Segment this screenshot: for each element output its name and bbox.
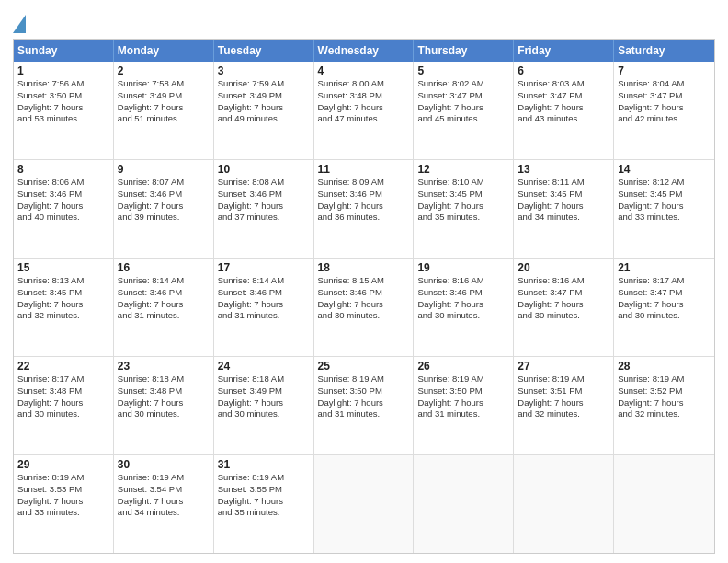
cal-cell: 8Sunrise: 8:06 AMSunset: 3:46 PMDaylight… [14, 160, 114, 258]
day-number: 14 [618, 163, 711, 176]
cal-cell: 9Sunrise: 8:07 AMSunset: 3:46 PMDaylight… [114, 160, 214, 258]
cal-cell: 31Sunrise: 8:19 AMSunset: 3:55 PMDayligh… [214, 455, 314, 553]
cal-cell: 26Sunrise: 8:19 AMSunset: 3:50 PMDayligh… [414, 357, 514, 454]
day-info: Sunrise: 8:16 AMSunset: 3:47 PMDaylight:… [518, 275, 609, 322]
cal-cell [414, 455, 514, 553]
day-info: Sunrise: 8:19 AMSunset: 3:53 PMDaylight:… [17, 472, 109, 519]
day-info: Sunrise: 8:03 AMSunset: 3:47 PMDaylight:… [518, 78, 609, 125]
day-info: Sunrise: 8:04 AMSunset: 3:47 PMDaylight:… [618, 78, 711, 125]
day-info: Sunrise: 8:00 AMSunset: 3:48 PMDaylight:… [318, 78, 410, 125]
cal-cell: 1Sunrise: 7:56 AMSunset: 3:50 PMDaylight… [14, 62, 114, 159]
day-info: Sunrise: 8:19 AMSunset: 3:55 PMDaylight:… [218, 472, 310, 519]
day-info: Sunrise: 8:14 AMSunset: 3:46 PMDaylight:… [218, 275, 310, 322]
day-number: 31 [218, 458, 310, 471]
day-info: Sunrise: 8:07 AMSunset: 3:46 PMDaylight:… [118, 177, 210, 224]
cal-cell: 25Sunrise: 8:19 AMSunset: 3:50 PMDayligh… [314, 357, 415, 454]
cal-cell: 2Sunrise: 7:58 AMSunset: 3:49 PMDaylight… [114, 62, 214, 159]
day-info: Sunrise: 8:19 AMSunset: 3:50 PMDaylight:… [417, 373, 509, 420]
cal-cell: 30Sunrise: 8:19 AMSunset: 3:54 PMDayligh… [114, 455, 214, 553]
cal-cell: 13Sunrise: 8:11 AMSunset: 3:45 PMDayligh… [514, 160, 614, 258]
calendar-header: SundayMondayTuesdayWednesdayThursdayFrid… [14, 40, 714, 62]
day-info: Sunrise: 8:12 AMSunset: 3:45 PMDaylight:… [618, 177, 711, 224]
day-number: 26 [417, 360, 509, 373]
day-number: 4 [318, 64, 410, 77]
cal-cell: 6Sunrise: 8:03 AMSunset: 3:47 PMDaylight… [514, 62, 614, 159]
day-number: 28 [618, 360, 711, 373]
cal-cell: 10Sunrise: 8:08 AMSunset: 3:46 PMDayligh… [214, 160, 314, 258]
logo [13, 11, 29, 33]
day-info: Sunrise: 8:08 AMSunset: 3:46 PMDaylight:… [218, 177, 310, 224]
day-number: 10 [218, 163, 310, 176]
cal-cell: 12Sunrise: 8:10 AMSunset: 3:45 PMDayligh… [414, 160, 514, 258]
cal-cell: 28Sunrise: 8:19 AMSunset: 3:52 PMDayligh… [614, 357, 714, 454]
day-number: 19 [417, 261, 509, 274]
cal-header-monday: Monday [114, 40, 214, 62]
day-number: 12 [417, 163, 509, 176]
day-number: 6 [518, 64, 609, 77]
cal-cell: 14Sunrise: 8:12 AMSunset: 3:45 PMDayligh… [614, 160, 714, 258]
day-info: Sunrise: 8:19 AMSunset: 3:51 PMDaylight:… [518, 373, 609, 420]
cal-week-3: 15Sunrise: 8:13 AMSunset: 3:45 PMDayligh… [14, 259, 714, 357]
cal-cell: 17Sunrise: 8:14 AMSunset: 3:46 PMDayligh… [214, 259, 314, 356]
cal-cell: 15Sunrise: 8:13 AMSunset: 3:45 PMDayligh… [14, 259, 114, 356]
cal-cell: 18Sunrise: 8:15 AMSunset: 3:46 PMDayligh… [314, 259, 415, 356]
cal-cell: 27Sunrise: 8:19 AMSunset: 3:51 PMDayligh… [514, 357, 614, 454]
day-number: 2 [118, 64, 210, 77]
cal-header-sunday: Sunday [14, 40, 114, 62]
day-info: Sunrise: 8:06 AMSunset: 3:46 PMDaylight:… [17, 177, 109, 224]
day-number: 24 [218, 360, 310, 373]
cal-cell [614, 455, 714, 553]
logo-icon [13, 15, 26, 33]
day-number: 3 [218, 64, 310, 77]
day-number: 18 [318, 261, 410, 274]
cal-header-thursday: Thursday [414, 40, 514, 62]
cal-cell: 22Sunrise: 8:17 AMSunset: 3:48 PMDayligh… [14, 357, 114, 454]
day-info: Sunrise: 8:11 AMSunset: 3:45 PMDaylight:… [518, 177, 609, 224]
day-info: Sunrise: 8:10 AMSunset: 3:45 PMDaylight:… [417, 177, 509, 224]
day-info: Sunrise: 8:02 AMSunset: 3:47 PMDaylight:… [417, 78, 509, 125]
calendar: SundayMondayTuesdayWednesdayThursdayFrid… [13, 39, 715, 554]
day-number: 23 [118, 360, 210, 373]
day-number: 1 [17, 64, 109, 77]
day-number: 17 [218, 261, 310, 274]
day-info: Sunrise: 8:09 AMSunset: 3:46 PMDaylight:… [318, 177, 410, 224]
day-info: Sunrise: 8:19 AMSunset: 3:50 PMDaylight:… [318, 373, 410, 420]
day-number: 22 [17, 360, 109, 373]
day-info: Sunrise: 8:15 AMSunset: 3:46 PMDaylight:… [318, 275, 410, 322]
day-number: 30 [118, 458, 210, 471]
day-number: 5 [417, 64, 509, 77]
cal-week-5: 29Sunrise: 8:19 AMSunset: 3:53 PMDayligh… [14, 455, 714, 553]
cal-cell: 24Sunrise: 8:18 AMSunset: 3:49 PMDayligh… [214, 357, 314, 454]
cal-cell: 7Sunrise: 8:04 AMSunset: 3:47 PMDaylight… [614, 62, 714, 159]
calendar-body: 1Sunrise: 7:56 AMSunset: 3:50 PMDaylight… [14, 62, 714, 553]
cal-cell: 21Sunrise: 8:17 AMSunset: 3:47 PMDayligh… [614, 259, 714, 356]
day-info: Sunrise: 8:14 AMSunset: 3:46 PMDaylight:… [118, 275, 210, 322]
day-info: Sunrise: 8:18 AMSunset: 3:49 PMDaylight:… [218, 373, 310, 420]
cal-week-2: 8Sunrise: 8:06 AMSunset: 3:46 PMDaylight… [14, 160, 714, 259]
day-info: Sunrise: 7:58 AMSunset: 3:49 PMDaylight:… [118, 78, 210, 125]
cal-header-tuesday: Tuesday [214, 40, 314, 62]
day-info: Sunrise: 8:18 AMSunset: 3:48 PMDaylight:… [118, 373, 210, 420]
cal-week-4: 22Sunrise: 8:17 AMSunset: 3:48 PMDayligh… [14, 357, 714, 455]
day-info: Sunrise: 8:17 AMSunset: 3:47 PMDaylight:… [618, 275, 711, 322]
day-info: Sunrise: 8:13 AMSunset: 3:45 PMDaylight:… [17, 275, 109, 322]
cal-cell: 3Sunrise: 7:59 AMSunset: 3:49 PMDaylight… [214, 62, 314, 159]
cal-cell: 11Sunrise: 8:09 AMSunset: 3:46 PMDayligh… [314, 160, 415, 258]
cal-cell: 23Sunrise: 8:18 AMSunset: 3:48 PMDayligh… [114, 357, 214, 454]
day-number: 27 [518, 360, 609, 373]
day-info: Sunrise: 8:19 AMSunset: 3:52 PMDaylight:… [618, 373, 711, 420]
day-info: Sunrise: 8:17 AMSunset: 3:48 PMDaylight:… [17, 373, 109, 420]
cal-cell: 16Sunrise: 8:14 AMSunset: 3:46 PMDayligh… [114, 259, 214, 356]
day-number: 8 [17, 163, 109, 176]
cal-header-wednesday: Wednesday [314, 40, 415, 62]
day-number: 15 [17, 261, 109, 274]
day-number: 20 [518, 261, 609, 274]
cal-header-saturday: Saturday [614, 40, 714, 62]
day-number: 9 [118, 163, 210, 176]
cal-cell: 4Sunrise: 8:00 AMSunset: 3:48 PMDaylight… [314, 62, 415, 159]
day-info: Sunrise: 8:16 AMSunset: 3:46 PMDaylight:… [417, 275, 509, 322]
day-info: Sunrise: 7:56 AMSunset: 3:50 PMDaylight:… [17, 78, 109, 125]
cal-cell: 29Sunrise: 8:19 AMSunset: 3:53 PMDayligh… [14, 455, 114, 553]
day-number: 25 [318, 360, 410, 373]
header [13, 11, 715, 33]
